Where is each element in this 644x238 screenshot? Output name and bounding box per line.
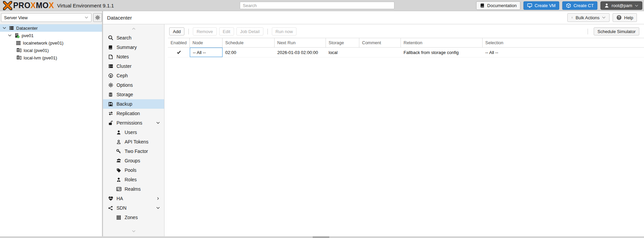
cell-retention[interactable]: Fallback from storage config (401, 48, 483, 57)
grid-icon (116, 215, 122, 220)
table-row[interactable]: -- All -- 02:00 2026-01-03 02:00:00 loca… (168, 48, 644, 57)
version-subtitle: Virtual Environment 9.1.1 (57, 3, 114, 8)
nav-item-ha[interactable]: HA (103, 194, 164, 203)
check-icon (177, 50, 181, 55)
tree-item-pve01[interactable]: pve01 (0, 32, 102, 39)
heartbeat-icon (108, 196, 113, 201)
ellipsis-vertical-icon (571, 15, 573, 20)
datacenter-nav: Search Summary Notes Cluster Ceph Option… (103, 24, 164, 236)
proxmox-logo: PROXMOX (3, 1, 54, 10)
nav-item-cluster[interactable]: Cluster (103, 61, 164, 71)
column-header-enabled[interactable]: Enabled (168, 38, 190, 47)
nav-item-search[interactable]: Search (103, 33, 164, 43)
content-header: Datacenter Bulk Actions Help (103, 11, 644, 24)
search-icon (108, 35, 113, 41)
horizontal-scrollbar[interactable] (0, 236, 644, 238)
toolbar-separator (188, 29, 189, 34)
note-icon (108, 54, 113, 59)
column-header-selection[interactable]: Selection (483, 38, 644, 47)
top-bar: PROXMOX Virtual Environment 9.1.1 Docume… (0, 0, 644, 11)
cube-icon (566, 3, 571, 8)
nav-item-users[interactable]: Users (103, 128, 164, 137)
view-selector-row: Server View (0, 11, 102, 24)
gear-icon (95, 15, 100, 20)
cell-node[interactable]: -- All -- (190, 48, 223, 57)
bulk-actions-button[interactable]: Bulk Actions (567, 13, 610, 22)
toolbar-separator (588, 29, 588, 34)
cluster-icon (108, 63, 113, 69)
cell-comment[interactable] (359, 48, 401, 57)
gear-icon (108, 82, 113, 88)
documentation-button[interactable]: Documentation (476, 1, 520, 10)
cell-enabled[interactable] (168, 48, 190, 57)
chevron-down-icon (155, 206, 161, 210)
column-header-node[interactable]: Node (190, 38, 223, 47)
run-now-button[interactable]: Run now (272, 27, 297, 35)
nav-item-storage[interactable]: Storage (103, 90, 164, 99)
tree-item-datacenter[interactable]: Datacenter (0, 24, 102, 32)
view-selector-combo[interactable]: Server View (1, 13, 92, 22)
tree-item-localnetwork[interactable]: localnetwork (pve01) (0, 39, 102, 47)
users-icon (116, 158, 122, 163)
book-icon (480, 3, 485, 8)
add-button[interactable]: Add (169, 27, 184, 35)
edit-button[interactable]: Edit (219, 27, 234, 35)
create-vm-button[interactable]: Create VM (523, 1, 559, 10)
column-header-next-run[interactable]: Next Run (275, 38, 326, 47)
sdn-icon (108, 206, 113, 211)
cell-storage[interactable]: local (326, 48, 359, 57)
column-header-storage[interactable]: Storage (326, 38, 359, 47)
nav-item-zones[interactable]: Zones (103, 213, 164, 222)
chevron-down-icon (155, 121, 161, 125)
column-header-comment[interactable]: Comment (359, 38, 401, 47)
create-ct-button[interactable]: Create CT (562, 1, 597, 10)
cell-selection[interactable]: -- All -- (483, 48, 644, 57)
remove-button[interactable]: Remove (193, 27, 216, 35)
scrollbar-thumb[interactable] (313, 236, 329, 238)
cell-schedule[interactable]: 02:00 (223, 48, 275, 57)
nav-scroll-down[interactable] (103, 227, 164, 236)
ceph-icon (108, 73, 113, 78)
nav-scroll-up[interactable] (103, 24, 164, 33)
nav-item-pools[interactable]: Pools (103, 165, 164, 175)
view-selector-value: Server View (4, 15, 84, 20)
search-input[interactable] (240, 2, 394, 9)
toolbar-right: Schedule Simulator (586, 27, 639, 35)
node-online-icon (14, 33, 20, 38)
user-menu-button[interactable]: root@pam (600, 1, 642, 10)
nav-item-backup[interactable]: Backup (103, 99, 164, 109)
grid-header: Enabled Node Schedule Next Run Storage C… (168, 38, 644, 48)
nav-item-sdn[interactable]: SDN (103, 203, 164, 213)
nav-item-roles[interactable]: Roles (103, 175, 164, 184)
column-header-schedule[interactable]: Schedule (223, 38, 275, 47)
key-icon (116, 149, 122, 154)
tree-item-local-lvm[interactable]: local-lvm (pve01) (0, 54, 102, 61)
tree-settings-button[interactable] (93, 13, 102, 22)
nav-item-realms[interactable]: Realms (103, 184, 164, 194)
nav-item-notes[interactable]: Notes (103, 52, 164, 61)
cell-next-run[interactable]: 2026-01-03 02:00:00 (275, 48, 326, 57)
nav-item-two-factor[interactable]: Two Factor (103, 147, 164, 156)
column-header-retention[interactable]: Retention (401, 38, 483, 47)
id-card-icon (116, 186, 122, 192)
top-actions: Documentation Create VM Create CT root@p… (476, 1, 642, 10)
global-search (240, 2, 394, 9)
nav-item-api-tokens[interactable]: API Tokens (103, 137, 164, 147)
nav-item-ceph[interactable]: Ceph (103, 71, 164, 80)
monitor-icon (527, 3, 532, 8)
chevron-down-icon (602, 16, 606, 20)
nav-item-options[interactable]: Options (103, 80, 164, 90)
network-grid-icon (16, 41, 21, 46)
chevron-down-icon (84, 16, 88, 20)
nav-item-permissions[interactable]: Permissions (103, 118, 164, 128)
nav-item-groups[interactable]: Groups (103, 156, 164, 165)
nav-item-replication[interactable]: Replication (103, 109, 164, 118)
nav-item-summary[interactable]: Summary (103, 43, 164, 52)
help-button[interactable]: Help (613, 13, 637, 22)
expander-icon[interactable] (7, 33, 12, 37)
book-icon (108, 45, 113, 50)
job-detail-button[interactable]: Job Detail (236, 27, 263, 35)
expander-icon[interactable] (2, 26, 7, 30)
schedule-simulator-button[interactable]: Schedule Simulator (594, 27, 639, 35)
tree-item-local[interactable]: local (pve01) (0, 47, 102, 54)
